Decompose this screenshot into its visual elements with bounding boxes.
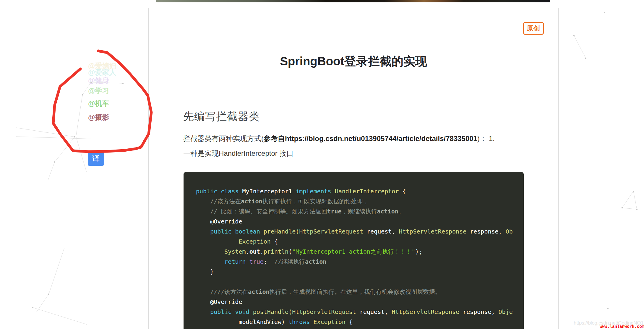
code-line [196, 277, 524, 287]
tag-5[interactable]: @机车 [88, 99, 109, 108]
card-right-border [558, 8, 559, 329]
code-line: return true; //继续执行action [196, 257, 524, 267]
paragraph-line-2: 一种是实现HandlerInterceptor 接口 [183, 146, 535, 161]
code-line: // 比如：编码、安全控制等。如果方法返回true，则继续执行action。 [196, 206, 524, 216]
code-line: @Override [196, 297, 524, 307]
tag-4[interactable]: @学习 [88, 86, 109, 95]
reference-url-bold: 参考自https://blog.csdn.net/u013905744/arti… [264, 134, 477, 142]
code-block[interactable]: public class MyInterceptor1 implements H… [184, 172, 524, 329]
code-line: modelAndView) throws Exception { [196, 317, 524, 327]
translate-button[interactable]: 译 [88, 151, 104, 166]
article-title: SpringBoot登录拦截的实现 [166, 53, 541, 69]
original-badge: 原创 [523, 22, 544, 35]
code-line: Exception { [196, 236, 524, 247]
tag-3[interactable]: @健身 [88, 76, 109, 85]
code-line: @Override [196, 216, 524, 226]
code-line: System.out.println("MyInterceptor1 actio… [196, 247, 524, 257]
intro-paragraph: 拦截器类有两种实现方式(参考自https://blog.csdn.net/u01… [183, 131, 535, 161]
tag-6[interactable]: @摄影 [88, 113, 109, 122]
watermark-site-url: www.lanlanwork.com [600, 324, 644, 329]
code-line: public boolean preHandle(HttpServletRequ… [196, 226, 524, 236]
code-line: } [196, 267, 524, 277]
paragraph-line-1: 拦截器类有两种实现方式(参考自https://blog.csdn.net/u01… [183, 131, 535, 146]
card-left-border [148, 8, 149, 329]
code-line: public void postHandle(HttpServletReques… [196, 307, 524, 317]
page: 原创 SpringBoot登录拦截的实现 @爱媳妇@爱家人@健身@学习@机车@摄… [0, 0, 644, 329]
card-top-divider [148, 8, 559, 8]
cover-image-strip [156, 0, 550, 2]
code-line: //该方法在action执行前执行，可以实现对数据的预处理， [196, 196, 524, 206]
section-heading: 先编写拦截器类 [183, 109, 260, 124]
code-line: public class MyInterceptor1 implements H… [196, 186, 524, 196]
code-line: ////该方法在action执行后，生成视图前执行。在这里，我们有机会修改视图层… [196, 287, 524, 297]
